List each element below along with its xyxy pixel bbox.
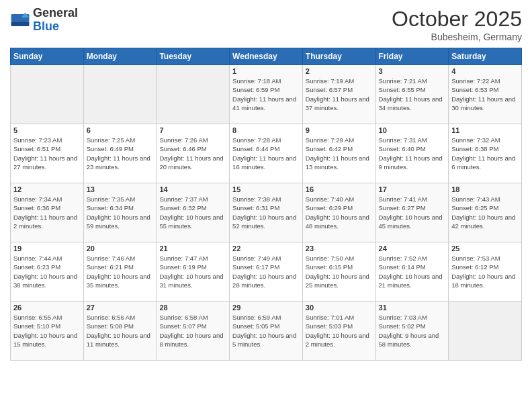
- day-number: 18: [451, 185, 519, 193]
- day-number: 11: [451, 126, 519, 134]
- col-thursday: Thursday: [302, 48, 375, 65]
- page: General Blue October 2025 Bubesheim, Ger…: [0, 0, 532, 411]
- calendar-cell: [83, 65, 157, 124]
- col-sunday: Sunday: [11, 48, 84, 65]
- day-number: 23: [306, 244, 373, 253]
- day-number: 13: [87, 185, 154, 193]
- day-info: Sunrise: 7:34 AM Sunset: 6:36 PM Dayligh…: [13, 195, 81, 230]
- day-info: Sunrise: 7:37 AM Sunset: 6:32 PM Dayligh…: [159, 195, 226, 230]
- calendar-cell: 16Sunrise: 7:40 AM Sunset: 6:29 PM Dayli…: [302, 183, 375, 242]
- day-number: 25: [451, 244, 519, 253]
- day-info: Sunrise: 7:26 AM Sunset: 6:46 PM Dayligh…: [159, 136, 226, 171]
- day-info: Sunrise: 7:31 AM Sunset: 6:40 PM Dayligh…: [379, 136, 446, 171]
- day-info: Sunrise: 7:22 AM Sunset: 6:53 PM Dayligh…: [451, 77, 519, 112]
- day-info: Sunrise: 7:44 AM Sunset: 6:23 PM Dayligh…: [13, 254, 81, 289]
- calendar-cell: 27Sunrise: 6:56 AM Sunset: 5:08 PM Dayli…: [83, 302, 157, 361]
- day-number: 8: [232, 126, 300, 134]
- calendar-row-4: 26Sunrise: 6:55 AM Sunset: 5:10 PM Dayli…: [11, 302, 522, 361]
- calendar-cell: [11, 65, 84, 124]
- day-number: 26: [13, 304, 81, 312]
- calendar-cell: 19Sunrise: 7:44 AM Sunset: 6:23 PM Dayli…: [11, 242, 84, 302]
- month-title: October 2025: [392, 7, 522, 32]
- calendar-row-2: 12Sunrise: 7:34 AM Sunset: 6:36 PM Dayli…: [11, 183, 522, 242]
- day-number: 20: [87, 244, 154, 253]
- col-tuesday: Tuesday: [157, 48, 230, 65]
- calendar-row-0: 1Sunrise: 7:18 AM Sunset: 6:59 PM Daylig…: [11, 65, 522, 124]
- calendar-cell: 6Sunrise: 7:25 AM Sunset: 6:49 PM Daylig…: [83, 124, 157, 183]
- calendar-cell: 31Sunrise: 7:03 AM Sunset: 5:02 PM Dayli…: [375, 302, 449, 361]
- calendar-cell: 26Sunrise: 6:55 AM Sunset: 5:10 PM Dayli…: [11, 302, 84, 361]
- calendar-cell: 8Sunrise: 7:28 AM Sunset: 6:44 PM Daylig…: [230, 124, 303, 183]
- day-info: Sunrise: 7:40 AM Sunset: 6:29 PM Dayligh…: [306, 195, 373, 230]
- calendar-cell: 7Sunrise: 7:26 AM Sunset: 6:46 PM Daylig…: [157, 124, 230, 183]
- calendar-cell: 18Sunrise: 7:43 AM Sunset: 6:25 PM Dayli…: [449, 183, 522, 242]
- calendar-cell: 23Sunrise: 7:50 AM Sunset: 6:15 PM Dayli…: [302, 242, 375, 302]
- day-number: 31: [379, 304, 446, 312]
- calendar-cell: 20Sunrise: 7:46 AM Sunset: 6:21 PM Dayli…: [83, 242, 157, 302]
- calendar-cell: 3Sunrise: 7:21 AM Sunset: 6:55 PM Daylig…: [375, 65, 449, 124]
- day-info: Sunrise: 7:38 AM Sunset: 6:31 PM Dayligh…: [232, 195, 300, 230]
- logo-text: General Blue: [33, 7, 78, 34]
- day-info: Sunrise: 7:47 AM Sunset: 6:19 PM Dayligh…: [159, 254, 226, 289]
- calendar: Sunday Monday Tuesday Wednesday Thursday…: [10, 48, 522, 361]
- calendar-cell: 25Sunrise: 7:53 AM Sunset: 6:12 PM Dayli…: [449, 242, 522, 302]
- calendar-cell: 4Sunrise: 7:22 AM Sunset: 6:53 PM Daylig…: [449, 65, 522, 124]
- calendar-cell: 29Sunrise: 6:59 AM Sunset: 5:05 PM Dayli…: [230, 302, 303, 361]
- day-info: Sunrise: 7:28 AM Sunset: 6:44 PM Dayligh…: [232, 136, 300, 171]
- day-info: Sunrise: 7:32 AM Sunset: 6:38 PM Dayligh…: [451, 136, 519, 171]
- calendar-cell: 22Sunrise: 7:49 AM Sunset: 6:17 PM Dayli…: [230, 242, 303, 302]
- day-info: Sunrise: 6:55 AM Sunset: 5:10 PM Dayligh…: [13, 313, 81, 349]
- day-info: Sunrise: 6:59 AM Sunset: 5:05 PM Dayligh…: [232, 313, 300, 349]
- header: General Blue October 2025 Bubesheim, Ger…: [10, 7, 522, 42]
- day-info: Sunrise: 7:52 AM Sunset: 6:14 PM Dayligh…: [379, 254, 446, 289]
- day-number: 15: [232, 185, 300, 193]
- title-block: October 2025 Bubesheim, Germany: [392, 7, 522, 42]
- day-number: 2: [306, 67, 373, 75]
- calendar-cell: 9Sunrise: 7:29 AM Sunset: 6:42 PM Daylig…: [302, 124, 375, 183]
- day-number: 14: [159, 185, 226, 193]
- calendar-cell: 24Sunrise: 7:52 AM Sunset: 6:14 PM Dayli…: [375, 242, 449, 302]
- day-info: Sunrise: 7:43 AM Sunset: 6:25 PM Dayligh…: [451, 195, 519, 230]
- day-number: 7: [159, 126, 226, 134]
- col-saturday: Saturday: [449, 48, 522, 65]
- day-info: Sunrise: 6:58 AM Sunset: 5:07 PM Dayligh…: [159, 313, 226, 349]
- day-number: 22: [232, 244, 300, 253]
- day-number: 10: [379, 126, 446, 134]
- calendar-cell: 1Sunrise: 7:18 AM Sunset: 6:59 PM Daylig…: [230, 65, 303, 124]
- day-number: 24: [379, 244, 446, 253]
- svg-rect-1: [11, 21, 30, 26]
- logo-icon: [10, 10, 30, 30]
- day-number: 30: [306, 304, 373, 312]
- day-number: 21: [159, 244, 226, 253]
- day-number: 28: [159, 304, 226, 312]
- col-monday: Monday: [83, 48, 157, 65]
- day-number: 27: [87, 304, 154, 312]
- day-info: Sunrise: 7:29 AM Sunset: 6:42 PM Dayligh…: [306, 136, 373, 171]
- day-number: 3: [379, 67, 446, 75]
- calendar-cell: 13Sunrise: 7:35 AM Sunset: 6:34 PM Dayli…: [83, 183, 157, 242]
- day-number: 17: [379, 185, 446, 193]
- col-friday: Friday: [375, 48, 449, 65]
- day-info: Sunrise: 7:41 AM Sunset: 6:27 PM Dayligh…: [379, 195, 446, 230]
- calendar-cell: 17Sunrise: 7:41 AM Sunset: 6:27 PM Dayli…: [375, 183, 449, 242]
- day-info: Sunrise: 7:19 AM Sunset: 6:57 PM Dayligh…: [306, 77, 373, 112]
- calendar-row-1: 5Sunrise: 7:23 AM Sunset: 6:51 PM Daylig…: [11, 124, 522, 183]
- logo: General Blue: [10, 7, 78, 34]
- calendar-cell: [449, 302, 522, 361]
- day-info: Sunrise: 7:25 AM Sunset: 6:49 PM Dayligh…: [87, 136, 154, 171]
- calendar-cell: 21Sunrise: 7:47 AM Sunset: 6:19 PM Dayli…: [157, 242, 230, 302]
- day-number: 4: [451, 67, 519, 75]
- day-number: 9: [306, 126, 373, 134]
- calendar-cell: [157, 65, 230, 124]
- day-number: 5: [13, 126, 81, 134]
- day-info: Sunrise: 7:21 AM Sunset: 6:55 PM Dayligh…: [379, 77, 446, 112]
- day-info: Sunrise: 7:01 AM Sunset: 5:03 PM Dayligh…: [306, 313, 373, 349]
- calendar-cell: 2Sunrise: 7:19 AM Sunset: 6:57 PM Daylig…: [302, 65, 375, 124]
- col-wednesday: Wednesday: [230, 48, 303, 65]
- calendar-header-row: Sunday Monday Tuesday Wednesday Thursday…: [11, 48, 522, 65]
- day-info: Sunrise: 7:49 AM Sunset: 6:17 PM Dayligh…: [232, 254, 300, 289]
- day-info: Sunrise: 7:35 AM Sunset: 6:34 PM Dayligh…: [87, 195, 154, 230]
- calendar-cell: 28Sunrise: 6:58 AM Sunset: 5:07 PM Dayli…: [157, 302, 230, 361]
- calendar-cell: 11Sunrise: 7:32 AM Sunset: 6:38 PM Dayli…: [449, 124, 522, 183]
- day-info: Sunrise: 7:53 AM Sunset: 6:12 PM Dayligh…: [451, 254, 519, 289]
